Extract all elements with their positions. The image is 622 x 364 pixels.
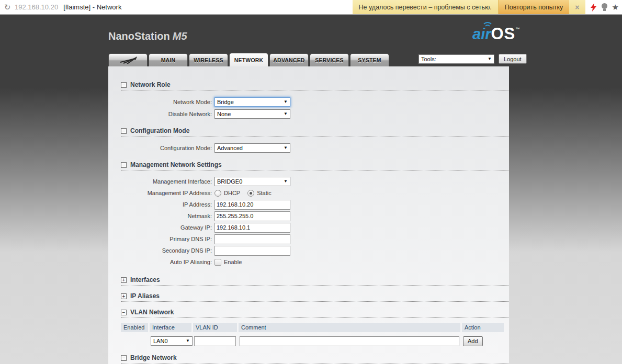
vlan-interface-select[interactable]: LAN0 ▼ xyxy=(151,336,193,346)
dropdown-arrow-icon: ▼ xyxy=(186,339,190,343)
dropdown-arrow-icon: ▼ xyxy=(284,146,288,150)
management-interface-select[interactable]: BRIDGE0 ▼ xyxy=(214,177,290,186)
product-model: M5 xyxy=(173,30,187,42)
ubiquiti-logo-icon xyxy=(119,56,137,64)
dropdown-arrow-icon: ▼ xyxy=(488,57,492,61)
section-ip-aliases: + IP Aliases xyxy=(121,292,509,302)
management-ip-label: Management IP Address: xyxy=(121,190,214,196)
primary-dns-label: Primary DNS IP: xyxy=(121,236,214,242)
airos-page: NanoStationM5 air OS ™ MAIN WIRELESS NET… xyxy=(0,15,622,364)
section-management-network-settings: − Management Network Settings xyxy=(121,161,509,170)
ip-address-input[interactable] xyxy=(214,200,290,210)
dropdown-arrow-icon: ▼ xyxy=(284,112,288,116)
col-action: Action xyxy=(462,323,504,332)
ip-address-label: IP Address: xyxy=(121,201,214,208)
collapse-icon[interactable]: − xyxy=(121,128,127,134)
section-vlan-network: − VLAN Network xyxy=(121,309,509,318)
netmask-label: Netmask: xyxy=(121,213,214,219)
vlan-new-row: LAN0 ▼ Add xyxy=(121,335,504,347)
airos-logo-os: OS xyxy=(491,25,515,43)
tab-services[interactable]: SERVICES xyxy=(310,53,349,66)
logout-button[interactable]: Logout xyxy=(499,54,527,64)
collapse-icon[interactable]: − xyxy=(121,355,127,361)
vlan-table: Enabled Interface VLAN ID Comment Action… xyxy=(121,323,504,347)
wifi-arcs-icon xyxy=(483,20,492,27)
notification-message: Не удалось перевести – проблемы с сетью. xyxy=(353,4,498,11)
collapse-icon[interactable]: − xyxy=(121,82,127,88)
tab-main[interactable]: MAIN xyxy=(149,53,188,66)
dropdown-arrow-icon: ▼ xyxy=(284,179,288,184)
dropdown-arrow-icon: ▼ xyxy=(284,100,288,104)
tab-network[interactable]: NETWORK xyxy=(229,53,268,66)
section-bridge-network: − Bridge Network xyxy=(121,354,509,363)
secondary-dns-input[interactable] xyxy=(214,246,290,256)
close-icon[interactable]: × xyxy=(569,3,585,12)
configuration-mode-label: Configuration Mode: xyxy=(121,145,214,151)
vlan-add-button[interactable]: Add xyxy=(463,336,483,346)
browser-action-icons: ★ xyxy=(585,3,622,12)
auto-ip-aliasing-checkbox[interactable] xyxy=(214,259,221,266)
collapse-icon[interactable]: − xyxy=(121,310,127,315)
section-network-role: − Network Role xyxy=(121,81,509,90)
toolbar: Tools: ▼ Logout xyxy=(419,54,527,64)
trademark-symbol: ™ xyxy=(515,27,519,31)
page-title: [flaimste] - Network xyxy=(63,3,121,11)
section-title: Network Role xyxy=(130,81,171,88)
management-body: Management Interface: BRIDGE0 ▼ Manageme… xyxy=(121,176,509,268)
expand-icon[interactable]: + xyxy=(121,277,127,283)
collapse-icon[interactable]: − xyxy=(121,162,127,168)
reload-icon[interactable]: ↻ xyxy=(0,3,15,12)
enable-checkbox-label: Enable xyxy=(224,259,242,265)
tools-select[interactable]: Tools: ▼ xyxy=(419,54,494,64)
lightning-icon[interactable] xyxy=(591,3,597,12)
star-icon[interactable]: ★ xyxy=(612,3,619,11)
section-title: Interfaces xyxy=(130,276,160,283)
tab-advanced[interactable]: ADVANCED xyxy=(269,53,309,66)
tab-wireless[interactable]: WIRELESS xyxy=(189,53,228,66)
section-title: Bridge Network xyxy=(130,354,177,361)
section-title: Configuration Mode xyxy=(130,127,189,134)
disable-network-label: Disable Network: xyxy=(121,111,214,117)
airos-logo: air OS ™ xyxy=(472,25,519,43)
product-name: NanoStation xyxy=(108,30,170,42)
col-enabled: Enabled xyxy=(121,323,148,332)
vlan-comment-input[interactable] xyxy=(240,336,459,346)
secondary-dns-label: Secondary DNS IP: xyxy=(121,247,214,254)
netmask-input[interactable] xyxy=(214,211,290,221)
network-role-body: Network Mode: Bridge ▼ Disable Network: … xyxy=(121,96,509,120)
airos-logo-air: air xyxy=(472,25,491,43)
section-title: IP Aliases xyxy=(130,292,160,300)
network-settings-panel: − Network Role Network Mode: Bridge ▼ Di… xyxy=(108,66,509,364)
network-mode-select[interactable]: Bridge ▼ xyxy=(214,97,290,107)
primary-dns-input[interactable] xyxy=(214,234,290,244)
expand-icon[interactable]: + xyxy=(121,293,127,299)
tab-system[interactable]: SYSTEM xyxy=(350,53,389,66)
tab-logo[interactable] xyxy=(108,53,148,66)
translate-notification-bar: Не удалось перевести – проблемы с сетью.… xyxy=(353,0,585,14)
configuration-mode-body: Configuration Mode: Advanced ▼ xyxy=(121,142,509,154)
static-radio-label: Static xyxy=(257,190,272,196)
vlan-table-header: Enabled Interface VLAN ID Comment Action xyxy=(121,323,504,332)
address-url[interactable]: 192.168.10.20 xyxy=(15,3,58,11)
col-vlan-id: VLAN ID xyxy=(193,323,237,332)
col-interface: Interface xyxy=(150,323,191,332)
static-radio[interactable] xyxy=(247,190,254,197)
section-title: VLAN Network xyxy=(130,309,174,316)
gateway-ip-input[interactable] xyxy=(214,223,290,233)
retry-button[interactable]: Повторить попытку xyxy=(498,0,570,14)
dhcp-radio-label: DHCP xyxy=(224,190,240,196)
browser-bar: ↻ 192.168.10.20 [flaimste] - Network Не … xyxy=(0,0,622,15)
section-interfaces: + Interfaces xyxy=(121,276,509,286)
dhcp-radio[interactable] xyxy=(214,190,221,197)
section-configuration-mode: − Configuration Mode xyxy=(121,127,509,136)
configuration-mode-select[interactable]: Advanced ▼ xyxy=(214,143,290,153)
management-interface-label: Management Interface: xyxy=(121,178,214,185)
gateway-ip-label: Gateway IP: xyxy=(121,224,214,231)
lightbulb-icon[interactable] xyxy=(602,3,607,11)
vlan-id-input[interactable] xyxy=(194,336,236,346)
disable-network-select[interactable]: None ▼ xyxy=(214,109,290,119)
col-comment: Comment xyxy=(239,323,460,332)
section-title: Management Network Settings xyxy=(130,161,222,168)
network-mode-label: Network Mode: xyxy=(121,99,214,105)
main-nav-tabs: MAIN WIRELESS NETWORK ADVANCED SERVICES … xyxy=(108,53,389,66)
